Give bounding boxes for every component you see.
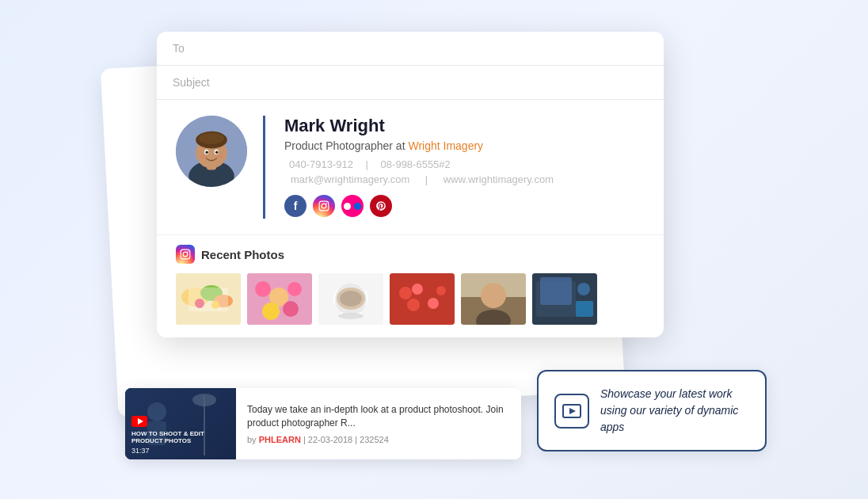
- video-info: Today we take an in-depth look at a prod…: [236, 388, 521, 459]
- svg-point-37: [399, 287, 412, 299]
- svg-point-45: [481, 283, 506, 308]
- svg-rect-51: [576, 301, 593, 317]
- signature-name: Mark Wright: [284, 116, 645, 136]
- svg-point-29: [283, 301, 299, 317]
- subject-label: Subject: [173, 76, 210, 89]
- video-card[interactable]: HOW TO SHOOT & EDIT PRODUCT PHOTOS 31:37…: [125, 388, 521, 459]
- svg-rect-36: [390, 273, 455, 325]
- photo-thumb-5[interactable]: [461, 273, 526, 325]
- phone1: 040-7913-912: [289, 158, 353, 170]
- svg-point-14: [326, 203, 327, 204]
- signature-area: Mark Wright Product Photographer at Wrig…: [157, 100, 664, 234]
- svg-rect-15: [181, 250, 190, 259]
- video-duration: 31:37: [131, 447, 230, 455]
- recent-photos-title: Recent Photos: [201, 248, 284, 261]
- recent-photos-header: Recent Photos: [176, 245, 645, 264]
- svg-point-22: [195, 299, 204, 308]
- signature-phones: 040-7913-912 | 08-998-6555#2: [284, 158, 645, 170]
- sig-email[interactable]: mark@wrightimagery.com: [291, 173, 409, 185]
- svg-point-25: [255, 281, 271, 297]
- video-title-line2: PRODUCT PHOTOS: [131, 437, 230, 445]
- phone2: 08-998-6555#2: [381, 158, 451, 170]
- svg-rect-12: [319, 201, 329, 211]
- svg-point-31: [333, 284, 368, 313]
- svg-point-42: [436, 286, 446, 295]
- video-meta: by PHLEARN | 22-03-2018 | 232524: [247, 435, 510, 444]
- svg-point-38: [412, 284, 423, 295]
- svg-point-28: [262, 303, 280, 320]
- svg-point-17: [187, 251, 188, 253]
- svg-point-10: [200, 154, 207, 158]
- scene: To Subject: [125, 24, 743, 475]
- svg-point-32: [337, 288, 365, 310]
- contact-sep: |: [425, 173, 428, 185]
- to-field[interactable]: To: [157, 32, 664, 66]
- facebook-icon[interactable]: f: [284, 195, 306, 217]
- svg-point-41: [428, 298, 439, 309]
- sig-website[interactable]: www.wrightimagery.com: [444, 173, 554, 185]
- signature-title: Product Photographer at Wright Imagery: [284, 139, 645, 152]
- svg-point-9: [215, 151, 219, 154]
- subject-field[interactable]: Subject: [157, 66, 664, 100]
- signature-info: Mark Wright Product Photographer at Wrig…: [284, 116, 645, 217]
- svg-point-8: [205, 151, 208, 154]
- svg-point-21: [214, 295, 233, 307]
- svg-point-19: [181, 288, 210, 307]
- svg-point-33: [340, 291, 362, 307]
- title-text: Product Photographer at: [284, 139, 405, 152]
- video-thumb-overlay: HOW TO SHOOT & EDIT PRODUCT PHOTOS 31:37: [125, 388, 236, 459]
- video-date: 22-03-2018: [308, 435, 352, 444]
- company-name[interactable]: Wright Imagery: [408, 139, 483, 152]
- phone-sep: |: [366, 158, 368, 170]
- video-views: 232524: [360, 435, 389, 444]
- signature-divider: [263, 116, 265, 219]
- social-icons: f: [284, 195, 645, 217]
- video-description: Today we take an in-depth look at a prod…: [247, 403, 510, 430]
- svg-point-27: [287, 282, 302, 296]
- svg-point-5: [199, 133, 224, 144]
- svg-marker-59: [569, 408, 576, 414]
- video-title-line1: HOW TO SHOOT & EDIT: [131, 430, 230, 438]
- pinterest-icon[interactable]: [370, 195, 392, 217]
- signature-email-web: mark@wrightimagery.com | www.wrightimage…: [284, 173, 645, 185]
- svg-point-40: [407, 299, 420, 311]
- photo-thumb-2[interactable]: [247, 273, 312, 325]
- to-label: To: [173, 42, 185, 55]
- photos-row: [176, 273, 645, 325]
- instagram-icon[interactable]: [313, 195, 335, 217]
- svg-rect-49: [540, 277, 572, 305]
- youtube-logo: [131, 416, 147, 427]
- svg-point-16: [183, 252, 188, 257]
- svg-point-23: [211, 301, 219, 309]
- video-thumbnail: HOW TO SHOOT & EDIT PRODUCT PHOTOS 31:37: [125, 388, 236, 459]
- instagram-section-icon: [176, 245, 195, 264]
- photo-thumb-3[interactable]: [318, 273, 383, 325]
- email-card: To Subject: [157, 32, 664, 337]
- flickr-icon[interactable]: [341, 195, 364, 217]
- photo-thumb-1[interactable]: [176, 273, 241, 325]
- svg-point-50: [577, 283, 590, 295]
- svg-point-20: [200, 285, 223, 301]
- photo-thumb-6[interactable]: [532, 273, 597, 325]
- svg-point-35: [338, 313, 364, 319]
- recent-photos-section: Recent Photos: [157, 234, 664, 337]
- avatar-container: [176, 116, 247, 187]
- svg-point-11: [216, 154, 223, 158]
- avatar: [176, 116, 247, 187]
- video-channel[interactable]: PHLEARN: [259, 435, 301, 444]
- callout-icon: [554, 394, 589, 429]
- callout-box: Showcase your latest work using our vari…: [537, 370, 767, 451]
- svg-point-13: [322, 204, 326, 208]
- callout-text: Showcase your latest work using our vari…: [600, 386, 749, 436]
- photo-thumb-4[interactable]: [390, 273, 455, 325]
